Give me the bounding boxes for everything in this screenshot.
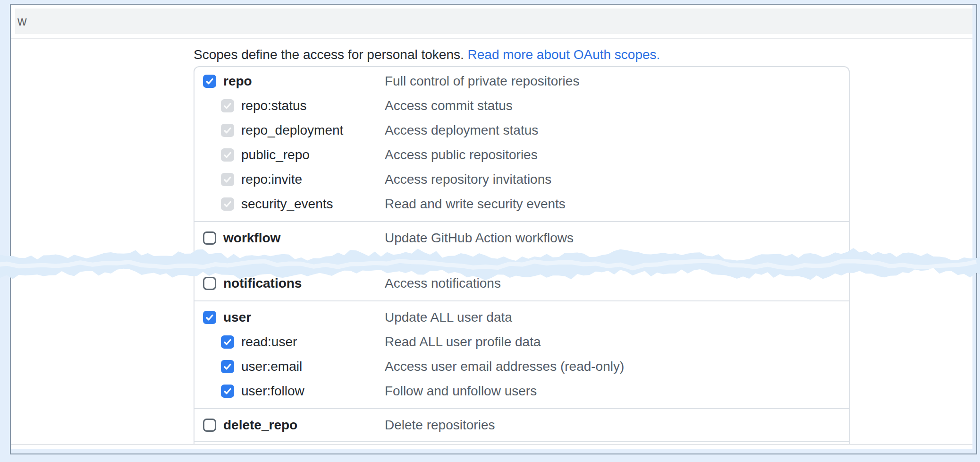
scope-checkbox-user:email[interactable] [221,360,234,373]
scopes-box: repoFull control of private repositories… [194,66,850,444]
scope-row: read:userRead ALL user profile data [194,330,849,354]
scope-description: Access deployment status [385,123,538,138]
scope-name: workflow [223,231,280,246]
token-note-value: w [17,14,27,28]
scope-group: userUpdate ALL user dataread:userRead AL… [194,300,849,408]
scope-name: delete_repo [223,418,297,433]
page-background: { "window": { "header_value": "w" }, "in… [0,0,980,462]
check-icon [205,313,214,322]
scope-name: public_repo [241,147,310,163]
scope-checkbox-repo[interactable] [203,75,216,88]
scope-description: Follow and unfollow users [385,384,537,399]
scope-name: notifications [223,276,302,291]
scope-row: security_eventsRead and write security e… [194,192,849,216]
scope-checkbox-security_events [221,197,234,211]
window-panel: w Scopes define the access for personal … [10,4,977,454]
scope-group: delete_repoDelete repositories [194,408,849,442]
scope-description: Update GitHub Action workflows [385,231,574,246]
scope-name: user [223,310,251,325]
scope-description: Read ALL user profile data [385,334,541,350]
scope-row: repo_deploymentAccess deployment status [194,118,849,143]
scope-row: user:followFollow and unfollow users [194,379,849,403]
scope-row: delete_repoDelete repositories [194,413,849,437]
content-bottom-divider [11,444,972,445]
scope-description: Access commit status [385,98,513,113]
scope-group: repoFull control of private repositories… [194,67,849,221]
scope-checkbox-public_repo [221,148,234,162]
scope-description: Access public repositories [385,147,538,163]
scope-checkbox-user[interactable] [203,311,216,324]
scope-row: repo:inviteAccess repository invitations [194,167,849,192]
check-icon [223,199,232,209]
scope-description: Delete repositories [385,418,495,433]
scope-row: public_repoAccess public repositories [194,143,849,167]
scope-name: repo [223,74,252,89]
scope-checkbox-delete_repo[interactable] [203,419,216,432]
token-note-input[interactable]: w [15,9,972,34]
header-divider [11,38,972,39]
check-icon [223,337,232,347]
scrollbar-track[interactable] [972,5,976,453]
check-icon [223,386,232,396]
scope-checkbox-repo_deployment [221,124,234,137]
scope-description: Access repository invitations [385,172,551,187]
scope-description: Access user email addresses (read-only) [385,359,624,374]
bottom-gutter [11,449,972,453]
scope-group: workflowUpdate GitHub Action workflows [194,221,849,255]
scope-row: userUpdate ALL user data [194,305,849,330]
check-icon [223,126,232,135]
scope-description: Full control of private repositories [385,74,579,89]
scope-checkbox-repo:invite [221,173,234,186]
scope-row: repo:statusAccess commit status [194,94,849,118]
check-icon [223,362,232,371]
scope-checkbox-user:follow[interactable] [221,385,234,398]
scope-group: notificationsAccess notifications [194,263,849,300]
check-icon [223,175,232,184]
scopes-intro-text: Scopes define the access for personal to… [194,47,468,62]
oauth-scopes-link[interactable]: Read more about OAuth scopes. [468,47,660,62]
scope-name: security_events [241,197,333,212]
check-icon [223,150,232,160]
scope-name: repo:invite [241,172,302,187]
scope-description: Access notifications [385,276,501,291]
check-icon [205,77,214,86]
scope-checkbox-repo:status [221,99,234,112]
scopes-intro: Scopes define the access for personal to… [194,44,660,65]
check-icon [223,101,232,111]
scope-checkbox-workflow[interactable] [203,231,216,245]
scope-name: repo:status [241,98,307,113]
scope-row: user:emailAccess user email addresses (r… [194,354,849,379]
scope-name: user:email [241,359,302,374]
scope-name: user:follow [241,384,304,399]
scope-row: repoFull control of private repositories [194,69,849,94]
scope-checkbox-notifications[interactable] [203,277,216,290]
scope-name: read:user [241,334,297,350]
scope-description: Update ALL user data [385,310,512,325]
scope-name: repo_deployment [241,123,343,138]
scope-row: notificationsAccess notifications [194,271,849,296]
scope-row: workflowUpdate GitHub Action workflows [194,226,849,250]
scope-description: Read and write security events [385,197,566,212]
scope-checkbox-read:user[interactable] [221,335,234,349]
